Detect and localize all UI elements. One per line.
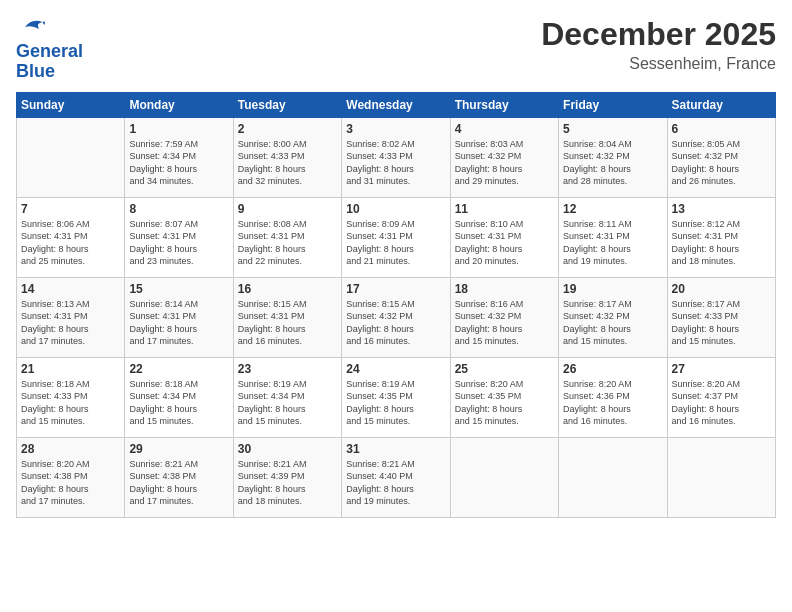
day-number: 22 — [129, 362, 228, 376]
calendar-cell: 28Sunrise: 8:20 AM Sunset: 4:38 PM Dayli… — [17, 437, 125, 517]
day-info: Sunrise: 8:20 AM Sunset: 4:37 PM Dayligh… — [672, 378, 771, 428]
day-info: Sunrise: 8:17 AM Sunset: 4:32 PM Dayligh… — [563, 298, 662, 348]
calendar-week-row: 7Sunrise: 8:06 AM Sunset: 4:31 PM Daylig… — [17, 197, 776, 277]
day-number: 9 — [238, 202, 337, 216]
day-info: Sunrise: 8:03 AM Sunset: 4:32 PM Dayligh… — [455, 138, 554, 188]
calendar-week-row: 21Sunrise: 8:18 AM Sunset: 4:33 PM Dayli… — [17, 357, 776, 437]
day-number: 8 — [129, 202, 228, 216]
day-number: 15 — [129, 282, 228, 296]
logo-line1: General — [16, 41, 83, 61]
column-header-friday: Friday — [559, 92, 667, 117]
day-number: 1 — [129, 122, 228, 136]
calendar-cell: 14Sunrise: 8:13 AM Sunset: 4:31 PM Dayli… — [17, 277, 125, 357]
calendar-cell: 16Sunrise: 8:15 AM Sunset: 4:31 PM Dayli… — [233, 277, 341, 357]
day-number: 29 — [129, 442, 228, 456]
day-info: Sunrise: 8:16 AM Sunset: 4:32 PM Dayligh… — [455, 298, 554, 348]
day-number: 6 — [672, 122, 771, 136]
calendar-cell: 21Sunrise: 8:18 AM Sunset: 4:33 PM Dayli… — [17, 357, 125, 437]
calendar-cell: 31Sunrise: 8:21 AM Sunset: 4:40 PM Dayli… — [342, 437, 450, 517]
day-info: Sunrise: 8:13 AM Sunset: 4:31 PM Dayligh… — [21, 298, 120, 348]
day-number: 24 — [346, 362, 445, 376]
calendar-cell: 29Sunrise: 8:21 AM Sunset: 4:38 PM Dayli… — [125, 437, 233, 517]
calendar-week-row: 28Sunrise: 8:20 AM Sunset: 4:38 PM Dayli… — [17, 437, 776, 517]
header: General Blue December 2025 Sessenheim, F… — [16, 16, 776, 82]
title-block: December 2025 Sessenheim, France — [541, 16, 776, 73]
day-number: 27 — [672, 362, 771, 376]
calendar-cell — [667, 437, 775, 517]
calendar-cell: 8Sunrise: 8:07 AM Sunset: 4:31 PM Daylig… — [125, 197, 233, 277]
day-info: Sunrise: 8:04 AM Sunset: 4:32 PM Dayligh… — [563, 138, 662, 188]
day-number: 31 — [346, 442, 445, 456]
logo: General Blue — [16, 16, 83, 82]
column-header-thursday: Thursday — [450, 92, 558, 117]
calendar-cell: 26Sunrise: 8:20 AM Sunset: 4:36 PM Dayli… — [559, 357, 667, 437]
day-info: Sunrise: 8:12 AM Sunset: 4:31 PM Dayligh… — [672, 218, 771, 268]
day-number: 14 — [21, 282, 120, 296]
day-info: Sunrise: 8:14 AM Sunset: 4:31 PM Dayligh… — [129, 298, 228, 348]
calendar-cell: 20Sunrise: 8:17 AM Sunset: 4:33 PM Dayli… — [667, 277, 775, 357]
calendar-cell: 4Sunrise: 8:03 AM Sunset: 4:32 PM Daylig… — [450, 117, 558, 197]
day-number: 3 — [346, 122, 445, 136]
calendar-cell: 3Sunrise: 8:02 AM Sunset: 4:33 PM Daylig… — [342, 117, 450, 197]
day-number: 30 — [238, 442, 337, 456]
day-info: Sunrise: 8:10 AM Sunset: 4:31 PM Dayligh… — [455, 218, 554, 268]
logo-line2: Blue — [16, 61, 55, 81]
calendar-week-row: 14Sunrise: 8:13 AM Sunset: 4:31 PM Dayli… — [17, 277, 776, 357]
calendar-cell — [17, 117, 125, 197]
day-number: 20 — [672, 282, 771, 296]
column-header-monday: Monday — [125, 92, 233, 117]
day-number: 2 — [238, 122, 337, 136]
day-number: 18 — [455, 282, 554, 296]
day-number: 4 — [455, 122, 554, 136]
day-info: Sunrise: 8:15 AM Sunset: 4:31 PM Dayligh… — [238, 298, 337, 348]
calendar-cell: 27Sunrise: 8:20 AM Sunset: 4:37 PM Dayli… — [667, 357, 775, 437]
logo-text: General Blue — [16, 42, 83, 82]
logo-icon — [18, 16, 46, 38]
calendar-cell: 24Sunrise: 8:19 AM Sunset: 4:35 PM Dayli… — [342, 357, 450, 437]
calendar-cell: 11Sunrise: 8:10 AM Sunset: 4:31 PM Dayli… — [450, 197, 558, 277]
calendar-cell: 17Sunrise: 8:15 AM Sunset: 4:32 PM Dayli… — [342, 277, 450, 357]
day-number: 21 — [21, 362, 120, 376]
day-info: Sunrise: 8:20 AM Sunset: 4:36 PM Dayligh… — [563, 378, 662, 428]
day-number: 17 — [346, 282, 445, 296]
day-info: Sunrise: 8:21 AM Sunset: 4:38 PM Dayligh… — [129, 458, 228, 508]
day-info: Sunrise: 8:18 AM Sunset: 4:34 PM Dayligh… — [129, 378, 228, 428]
day-info: Sunrise: 8:18 AM Sunset: 4:33 PM Dayligh… — [21, 378, 120, 428]
calendar-table: SundayMondayTuesdayWednesdayThursdayFrid… — [16, 92, 776, 518]
day-number: 10 — [346, 202, 445, 216]
day-info: Sunrise: 7:59 AM Sunset: 4:34 PM Dayligh… — [129, 138, 228, 188]
day-number: 12 — [563, 202, 662, 216]
column-header-saturday: Saturday — [667, 92, 775, 117]
day-info: Sunrise: 8:09 AM Sunset: 4:31 PM Dayligh… — [346, 218, 445, 268]
day-number: 7 — [21, 202, 120, 216]
calendar-cell: 22Sunrise: 8:18 AM Sunset: 4:34 PM Dayli… — [125, 357, 233, 437]
calendar-cell: 7Sunrise: 8:06 AM Sunset: 4:31 PM Daylig… — [17, 197, 125, 277]
page-container: General Blue December 2025 Sessenheim, F… — [0, 0, 792, 612]
calendar-cell: 2Sunrise: 8:00 AM Sunset: 4:33 PM Daylig… — [233, 117, 341, 197]
day-number: 11 — [455, 202, 554, 216]
column-header-sunday: Sunday — [17, 92, 125, 117]
day-info: Sunrise: 8:08 AM Sunset: 4:31 PM Dayligh… — [238, 218, 337, 268]
location-title: Sessenheim, France — [541, 55, 776, 73]
calendar-cell — [450, 437, 558, 517]
day-info: Sunrise: 8:20 AM Sunset: 4:35 PM Dayligh… — [455, 378, 554, 428]
day-number: 28 — [21, 442, 120, 456]
day-number: 26 — [563, 362, 662, 376]
calendar-cell: 30Sunrise: 8:21 AM Sunset: 4:39 PM Dayli… — [233, 437, 341, 517]
calendar-week-row: 1Sunrise: 7:59 AM Sunset: 4:34 PM Daylig… — [17, 117, 776, 197]
day-info: Sunrise: 8:21 AM Sunset: 4:40 PM Dayligh… — [346, 458, 445, 508]
calendar-cell: 23Sunrise: 8:19 AM Sunset: 4:34 PM Dayli… — [233, 357, 341, 437]
day-info: Sunrise: 8:20 AM Sunset: 4:38 PM Dayligh… — [21, 458, 120, 508]
day-info: Sunrise: 8:19 AM Sunset: 4:34 PM Dayligh… — [238, 378, 337, 428]
day-info: Sunrise: 8:07 AM Sunset: 4:31 PM Dayligh… — [129, 218, 228, 268]
day-info: Sunrise: 8:02 AM Sunset: 4:33 PM Dayligh… — [346, 138, 445, 188]
day-number: 25 — [455, 362, 554, 376]
calendar-cell: 1Sunrise: 7:59 AM Sunset: 4:34 PM Daylig… — [125, 117, 233, 197]
day-info: Sunrise: 8:06 AM Sunset: 4:31 PM Dayligh… — [21, 218, 120, 268]
calendar-cell: 25Sunrise: 8:20 AM Sunset: 4:35 PM Dayli… — [450, 357, 558, 437]
calendar-cell: 19Sunrise: 8:17 AM Sunset: 4:32 PM Dayli… — [559, 277, 667, 357]
day-number: 16 — [238, 282, 337, 296]
calendar-cell: 10Sunrise: 8:09 AM Sunset: 4:31 PM Dayli… — [342, 197, 450, 277]
calendar-header-row: SundayMondayTuesdayWednesdayThursdayFrid… — [17, 92, 776, 117]
calendar-cell: 6Sunrise: 8:05 AM Sunset: 4:32 PM Daylig… — [667, 117, 775, 197]
